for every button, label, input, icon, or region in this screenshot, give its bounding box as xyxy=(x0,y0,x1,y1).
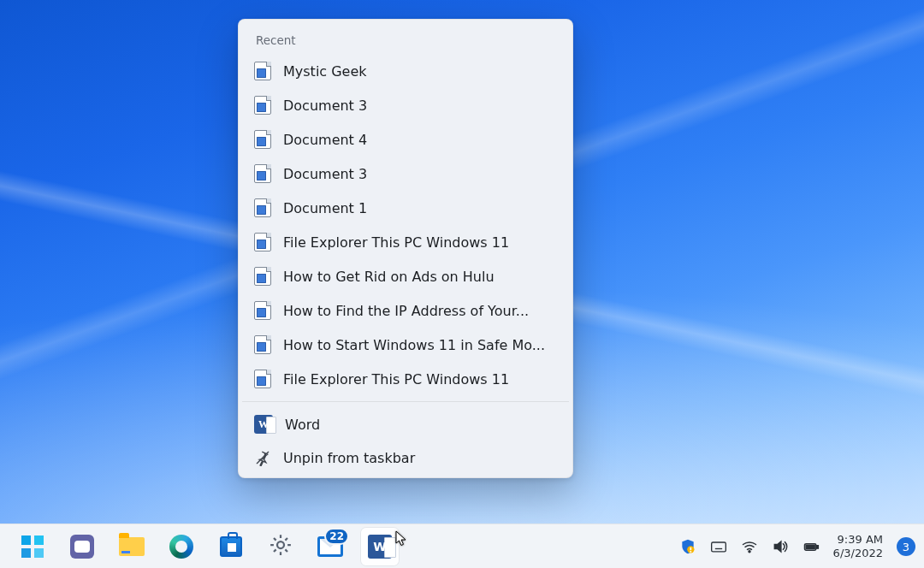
taskbar-chat-button[interactable] xyxy=(63,528,101,565)
start-button[interactable] xyxy=(14,528,51,565)
svg-rect-4 xyxy=(690,551,691,553)
jumplist-recent-item[interactable]: Document 4 xyxy=(242,122,569,157)
jumplist-item-label: File Explorer This PC Windows 11 xyxy=(283,371,509,388)
word-app-icon xyxy=(368,535,392,559)
desktop-wallpaper: Recent Mystic Geek Document 3 Document 4… xyxy=(0,0,924,568)
taskbar-word-button[interactable] xyxy=(361,528,399,565)
svg-rect-5 xyxy=(711,542,726,552)
jumplist-app-launch[interactable]: Word xyxy=(242,407,569,441)
jumplist-item-label: How to Get Rid on Ads on Hulu xyxy=(283,269,495,285)
word-document-icon xyxy=(254,62,271,80)
svg-rect-13 xyxy=(806,545,814,548)
volume-icon[interactable] xyxy=(772,538,789,555)
jumplist-app-label: Word xyxy=(285,417,320,433)
wifi-icon[interactable] xyxy=(741,538,758,555)
unpin-icon xyxy=(254,449,271,466)
jumplist-word: Recent Mystic Geek Document 3 Document 4… xyxy=(238,19,573,478)
word-document-icon xyxy=(254,301,271,320)
taskbar-mail-button[interactable]: 22 xyxy=(311,528,349,565)
battery-icon[interactable] xyxy=(803,538,820,555)
mail-badge: 22 xyxy=(324,528,349,545)
jumplist-item-label: File Explorer This PC Windows 11 xyxy=(283,234,509,251)
chat-icon xyxy=(70,535,94,559)
jumplist-item-label: How to Start Windows 11 in Safe Mo... xyxy=(283,337,545,353)
notification-count: 3 xyxy=(903,541,909,553)
windows-security-icon[interactable] xyxy=(679,538,696,555)
windows-logo-icon xyxy=(21,535,44,558)
jumplist-section-header: Recent xyxy=(242,25,569,54)
jumplist-recent-item[interactable]: Mystic Geek xyxy=(242,54,569,88)
jumplist-separator xyxy=(242,401,569,402)
taskbar-systray: 9:39 AM 6/3/2022 3 xyxy=(679,524,915,568)
svg-point-11 xyxy=(749,551,750,553)
touch-keyboard-icon[interactable] xyxy=(710,538,727,555)
jumplist-recent-item[interactable]: File Explorer This PC Windows 11 xyxy=(242,362,569,396)
file-explorer-icon xyxy=(119,537,145,556)
jumplist-item-label: Document 1 xyxy=(283,200,367,216)
settings-gear-icon xyxy=(268,532,293,561)
jumplist-item-label: How to Find the IP Address of Your... xyxy=(283,303,529,319)
jumplist-recent-item[interactable]: Document 3 xyxy=(242,157,569,191)
jumplist-recent-item[interactable]: File Explorer This PC Windows 11 xyxy=(242,225,569,259)
edge-icon xyxy=(169,535,193,559)
word-document-icon xyxy=(254,96,271,115)
microsoft-store-icon xyxy=(220,536,242,557)
taskbar-settings-button[interactable] xyxy=(262,528,299,565)
jumplist-recent-item[interactable]: Document 3 xyxy=(242,88,569,122)
mouse-cursor-icon xyxy=(395,530,407,547)
word-app-icon xyxy=(254,415,273,434)
svg-point-1 xyxy=(277,541,284,548)
taskbar-store-button[interactable] xyxy=(212,528,250,565)
jumplist-item-label: Mystic Geek xyxy=(283,63,367,80)
taskbar-edge-button[interactable] xyxy=(163,528,200,565)
word-document-icon xyxy=(254,267,271,286)
word-document-icon xyxy=(254,335,271,354)
jumplist-recent-item[interactable]: How to Start Windows 11 in Safe Mo... xyxy=(242,328,569,362)
jumplist-item-label: Document 3 xyxy=(283,166,367,182)
word-document-icon xyxy=(254,198,271,217)
jumplist-unpin[interactable]: Unpin from taskbar xyxy=(242,441,569,474)
word-document-icon xyxy=(254,164,271,183)
word-document-icon xyxy=(254,370,271,388)
jumplist-recent-item[interactable]: How to Find the IP Address of Your... xyxy=(242,293,569,328)
jumplist-recent-item[interactable]: Document 1 xyxy=(242,191,569,225)
notification-center-button[interactable]: 3 xyxy=(897,537,915,556)
taskbar-clock[interactable]: 9:39 AM 6/3/2022 xyxy=(833,533,883,560)
jumplist-item-label: Document 4 xyxy=(283,132,367,148)
clock-date: 6/3/2022 xyxy=(833,547,883,560)
jumplist-unpin-label: Unpin from taskbar xyxy=(283,450,415,466)
clock-time: 9:39 AM xyxy=(833,533,883,547)
taskbar-pinned-area: 22 xyxy=(14,524,399,568)
taskbar: 22 9:39 AM 6/3/2022 xyxy=(0,524,924,568)
svg-rect-3 xyxy=(690,547,691,550)
word-document-icon xyxy=(254,130,271,149)
word-document-icon xyxy=(254,233,271,251)
jumplist-item-label: Document 3 xyxy=(283,98,367,114)
svg-rect-14 xyxy=(816,546,818,548)
jumplist-recent-item[interactable]: How to Get Rid on Ads on Hulu xyxy=(242,259,569,293)
taskbar-file-explorer-button[interactable] xyxy=(113,528,151,565)
